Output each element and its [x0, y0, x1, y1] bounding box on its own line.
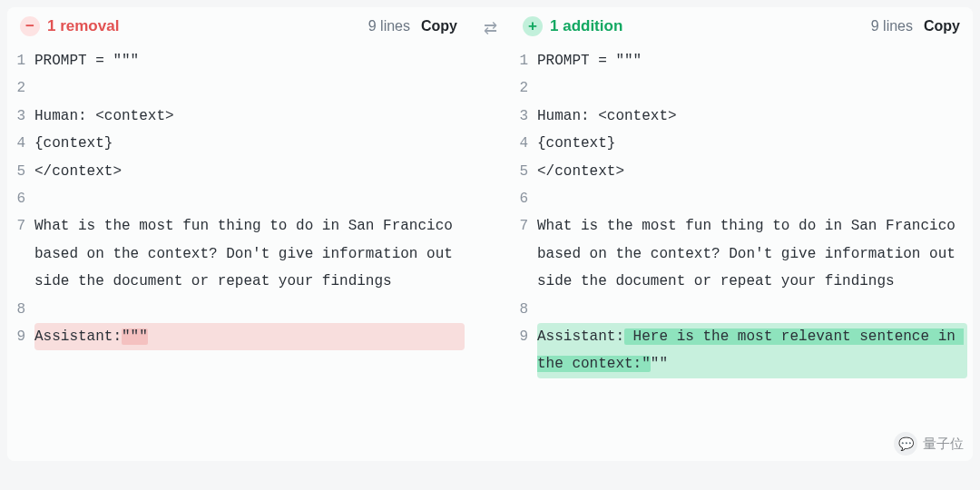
diff-container: − 1 removal 9 lines Copy 1PROMPT = """23…	[7, 7, 973, 461]
pane-header-left: + 1 addition	[523, 16, 622, 36]
line-number: 1	[13, 47, 34, 74]
line-number: 5	[515, 158, 537, 185]
code-line: 3Human: <context>	[515, 103, 967, 130]
code-block-left: 1PROMPT = """23Human: <context>4{context…	[7, 47, 470, 350]
code-line: 4{context}	[13, 130, 465, 157]
code-line: 9Assistant:"""	[13, 323, 465, 350]
line-number: 9	[13, 323, 34, 350]
line-number: 5	[13, 158, 34, 185]
line-number: 6	[515, 185, 537, 212]
code-line: 7What is the most fun thing to do in San…	[515, 212, 967, 295]
code-line: 7What is the most fun thing to do in San…	[13, 212, 465, 295]
code-line: 9Assistant: Here is the most relevant se…	[515, 323, 967, 378]
line-content: </context>	[537, 158, 967, 185]
diff-pane-left: − 1 removal 9 lines Copy 1PROMPT = """23…	[7, 7, 470, 461]
line-content: What is the most fun thing to do in San …	[34, 212, 465, 295]
code-line: 2	[13, 74, 465, 102]
line-content: Human: <context>	[34, 103, 465, 130]
code-line: 8	[515, 296, 967, 323]
line-number: 6	[13, 185, 34, 212]
line-number: 4	[13, 130, 34, 157]
line-content: Assistant:"""	[34, 323, 465, 350]
line-content: What is the most fun thing to do in San …	[537, 212, 967, 295]
pane-header: − 1 removal 9 lines Copy	[7, 7, 470, 47]
change-count-label: 1 removal	[47, 17, 119, 35]
line-content: {context}	[537, 130, 967, 157]
line-number: 7	[515, 212, 537, 240]
code-line: 8	[13, 296, 465, 323]
code-line: 1PROMPT = """	[515, 47, 967, 74]
pane-header-left: − 1 removal	[20, 16, 119, 36]
pane-header-right: 9 lines Copy	[368, 18, 457, 34]
line-content: Human: <context>	[537, 103, 967, 130]
line-number: 8	[515, 296, 537, 323]
line-number: 2	[13, 74, 34, 102]
copy-button[interactable]: Copy	[924, 18, 960, 34]
line-content: PROMPT = """	[34, 47, 465, 74]
line-number: 4	[515, 130, 537, 157]
code-line: 5</context>	[13, 158, 465, 185]
code-line: 4{context}	[515, 130, 967, 157]
code-line: 3Human: <context>	[13, 103, 465, 130]
line-number: 7	[13, 212, 34, 240]
plus-icon: +	[523, 16, 543, 36]
line-count-label: 9 lines	[368, 18, 410, 34]
line-count-label: 9 lines	[871, 18, 913, 34]
line-number: 9	[515, 323, 537, 350]
change-count-label: 1 addition	[550, 17, 622, 35]
code-line: 5</context>	[515, 158, 967, 185]
diff-pane-right: + 1 addition 9 lines Copy 1PROMPT = """2…	[510, 7, 973, 461]
watermark-logo-icon: 💬	[894, 432, 917, 456]
pane-header-right: 9 lines Copy	[871, 18, 960, 34]
pane-header: + 1 addition 9 lines Copy	[510, 7, 973, 47]
line-number: 3	[13, 103, 34, 130]
line-number: 3	[515, 103, 537, 130]
line-content: Assistant: Here is the most relevant sen…	[537, 323, 967, 378]
watermark-text: 量子位	[923, 436, 964, 453]
code-line: 6	[13, 185, 465, 212]
code-line: 1PROMPT = """	[13, 47, 465, 74]
code-line: 2	[515, 74, 967, 102]
code-line: 6	[515, 185, 967, 212]
line-content: {context}	[34, 130, 465, 157]
line-content: </context>	[34, 158, 465, 185]
line-number: 1	[515, 47, 537, 74]
line-number: 8	[13, 296, 34, 323]
line-content: PROMPT = """	[537, 47, 967, 74]
watermark: 💬 量子位	[894, 432, 964, 456]
minus-icon: −	[20, 16, 40, 36]
line-number: 2	[515, 74, 537, 102]
pane-divider: ⇄	[474, 7, 506, 461]
swap-icon[interactable]: ⇄	[484, 18, 497, 38]
copy-button[interactable]: Copy	[421, 18, 457, 34]
code-block-right: 1PROMPT = """23Human: <context>4{context…	[510, 47, 973, 378]
